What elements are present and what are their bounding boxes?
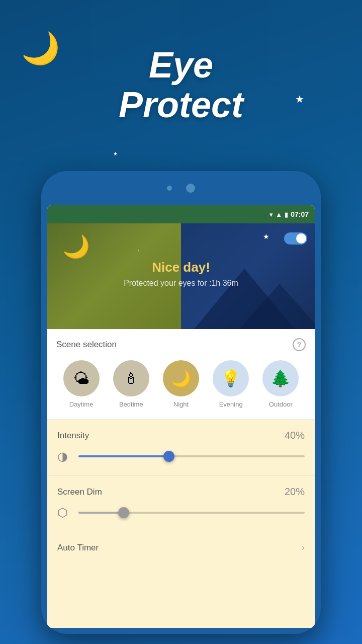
night-label: Night — [173, 400, 189, 408]
scene-item-bedtime[interactable]: 🕯 Bedtime — [113, 360, 149, 408]
intensity-section: Intensity 40% ◑ — [47, 420, 315, 476]
app-title-line2: Protect — [0, 85, 362, 125]
auto-timer-label: Auto Timer — [57, 543, 99, 553]
outdoor-label: Outdoor — [269, 400, 293, 408]
evening-label: Evening — [219, 400, 243, 408]
scene-item-night[interactable]: 🌙 Night — [163, 360, 199, 408]
evening-icon-circle: 💡 — [213, 360, 249, 396]
screen-dim-slider-fill — [78, 512, 124, 514]
header-star-icon: ★ — [263, 232, 269, 240]
outdoor-icon-circle: 🌲 — [262, 360, 299, 396]
daytime-label: Daytime — [69, 400, 94, 408]
intensity-label: Intensity — [57, 431, 89, 441]
intensity-slider-fill — [78, 455, 169, 457]
app-title: Eye Protect — [0, 45, 362, 125]
intensity-icon: ◑ — [57, 449, 71, 463]
star-decoration-1: ★ — [113, 151, 118, 156]
screen-dim-header: Screen Dim 20% — [57, 486, 305, 498]
battery-icon: ▮ — [285, 211, 288, 218]
intensity-value: 40% — [285, 430, 305, 441]
app-title-line1: Eye — [0, 45, 362, 85]
night-icon-circle: 🌙 — [163, 360, 199, 396]
screen-dim-slider-thumb[interactable] — [118, 507, 129, 518]
scene-icons-row: 🌤 Daytime 🕯 Bedtime 🌙 Night 💡 Evening — [56, 360, 306, 408]
protected-duration-text: Protected your eyes for :1h 36m — [47, 279, 315, 288]
phone-frame: ▾ ▲ ▮ 07:07 🌙 ★ — [41, 171, 321, 634]
screen-dim-slider-row: ⬡ — [57, 506, 305, 520]
intensity-slider-row: ◑ — [57, 449, 305, 463]
header-moon-icon: 🌙 — [62, 233, 90, 260]
screen-dim-icon: ⬡ — [57, 506, 71, 520]
header-dot-decoration: • — [138, 249, 139, 252]
screen-dim-slider-track[interactable] — [78, 512, 305, 514]
phone-top-bar — [41, 171, 321, 205]
status-time: 07:07 — [291, 210, 309, 218]
wifi-icon: ▾ — [269, 211, 273, 218]
status-icons: ▾ ▲ ▮ 07:07 — [269, 210, 309, 218]
toggle-track[interactable] — [284, 232, 307, 245]
intensity-slider-thumb[interactable] — [163, 451, 174, 462]
header-area: 🌙 ★ • Nice day! Protected your eyes for … — [47, 223, 315, 329]
phone-camera — [167, 186, 172, 191]
auto-timer-chevron-icon: › — [302, 542, 305, 553]
intensity-slider-track[interactable] — [78, 455, 305, 457]
screen-dim-label: Screen Dim — [57, 487, 102, 497]
scene-item-outdoor[interactable]: 🌲 Outdoor — [262, 360, 299, 408]
bedtime-icon-circle: 🕯 — [113, 360, 149, 396]
scene-selection-title: Scene selection — [56, 340, 117, 350]
scene-item-daytime[interactable]: 🌤 Daytime — [63, 360, 100, 408]
screen-dim-value: 20% — [285, 486, 305, 498]
toggle-thumb — [296, 233, 306, 244]
daytime-icon-circle: 🌤 — [63, 360, 100, 396]
phone-screen: ▾ ▲ ▮ 07:07 🌙 ★ — [47, 205, 315, 628]
help-button[interactable]: ? — [293, 338, 306, 351]
bedtime-label: Bedtime — [119, 400, 143, 408]
screen-dim-section: Screen Dim 20% ⬡ — [47, 476, 315, 532]
content-area: Scene selection ? 🌤 Daytime 🕯 Bedtime — [47, 329, 315, 628]
phone-speaker — [186, 184, 195, 193]
scene-item-evening[interactable]: 💡 Evening — [213, 360, 249, 408]
scene-selection-header: Scene selection ? — [56, 338, 306, 351]
signal-icon: ▲ — [276, 211, 282, 218]
scene-selection-section: Scene selection ? 🌤 Daytime 🕯 Bedtime — [47, 329, 315, 420]
intensity-header: Intensity 40% — [57, 430, 305, 441]
power-toggle[interactable] — [284, 232, 307, 245]
status-bar: ▾ ▲ ▮ 07:07 — [47, 205, 315, 223]
greeting-text: Nice day! — [47, 260, 315, 275]
auto-timer-section[interactable]: Auto Timer › — [47, 532, 315, 563]
